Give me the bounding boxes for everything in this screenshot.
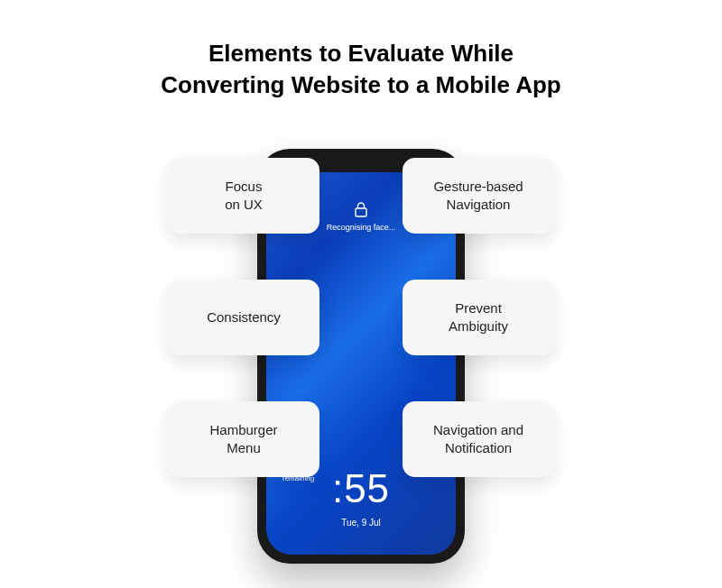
phone-notch — [307, 149, 415, 172]
page-title: Elements to Evaluate While Converting We… — [0, 0, 722, 101]
phone-frame: Recognising face... remaining :55 Tue, 9… — [257, 149, 465, 564]
clock-date: Tue, 9 Jul — [341, 518, 381, 528]
clock-time: :55 — [332, 466, 390, 511]
title-line-2: Converting Website to a Mobile App — [0, 69, 722, 101]
phone-screen: Recognising face... remaining :55 Tue, 9… — [266, 158, 456, 555]
title-line-1: Elements to Evaluate While — [0, 38, 722, 69]
lock-icon — [354, 201, 368, 222]
phone-mockup: Recognising face... remaining :55 Tue, 9… — [257, 149, 465, 564]
lock-status-text: Recognising face... — [327, 223, 396, 232]
svg-rect-0 — [356, 208, 366, 216]
remaining-label: remaining — [282, 474, 314, 482]
